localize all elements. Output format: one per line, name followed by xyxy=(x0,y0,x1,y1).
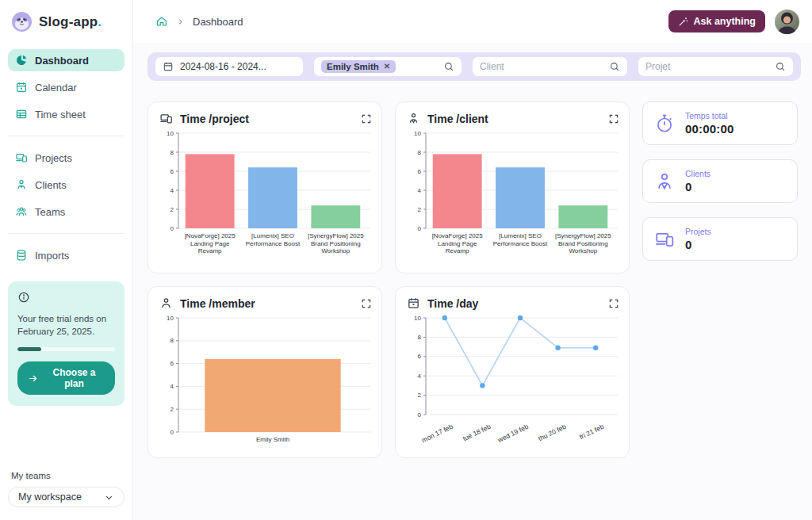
ask-anything-button[interactable]: Ask anything xyxy=(668,10,766,32)
logo-dot: . xyxy=(98,14,102,29)
svg-text:10: 10 xyxy=(167,315,174,322)
sidebar-item-label: Calendar xyxy=(35,82,77,94)
stat-card-projets: Projets 0 xyxy=(642,217,798,261)
project-filter-input[interactable] xyxy=(638,57,793,76)
svg-text:[NovaForge] 2025Landing PageRe: [NovaForge] 2025Landing PageRevamp xyxy=(185,232,236,254)
workspace-select[interactable]: My workspace xyxy=(8,487,124,507)
svg-text:10: 10 xyxy=(167,130,174,137)
expand-icon[interactable] xyxy=(608,298,619,309)
breadcrumb: Dashboard xyxy=(155,15,243,28)
svg-text:10: 10 xyxy=(414,130,421,137)
svg-text:[NovaForge] 2025Landing PageRe: [NovaForge] 2025Landing PageRevamp xyxy=(432,232,484,254)
ask-anything-label: Ask anything xyxy=(694,16,756,27)
choose-plan-label: Choose a plan xyxy=(44,367,105,389)
member-filter-input[interactable]: Emily Smith ✕ xyxy=(314,57,462,76)
svg-text:[SynergyFlow] 2025Brand Positi: [SynergyFlow] 2025Brand PositioningWorks… xyxy=(308,232,364,254)
sidebar-item-imports[interactable]: Imports xyxy=(8,244,124,266)
trial-message: Your free trial ends on February 25, 202… xyxy=(17,312,115,338)
svg-text:tue 18 feb: tue 18 feb xyxy=(462,422,492,443)
svg-text:mon 17 feb: mon 17 feb xyxy=(420,422,454,445)
svg-text:4: 4 xyxy=(170,187,174,194)
chevron-down-icon xyxy=(104,492,114,503)
sidebar-divider xyxy=(8,136,124,136)
logo: Slog-app. xyxy=(0,11,132,32)
svg-text:8: 8 xyxy=(418,149,422,156)
sidebar-item-teams[interactable]: Teams xyxy=(8,201,124,223)
app-name: Slog-app xyxy=(39,14,98,29)
client-icon xyxy=(407,112,420,125)
svg-text:2: 2 xyxy=(418,392,422,399)
avatar[interactable] xyxy=(775,10,799,34)
chart-card-time-project: Time /project 0246810[NovaForge] 2025Lan… xyxy=(147,101,382,273)
svg-text:[SynergyFlow] 2025Brand Positi: [SynergyFlow] 2025Brand PositioningWorks… xyxy=(555,232,611,254)
search-icon xyxy=(443,61,454,72)
breadcrumb-current[interactable]: Dashboard xyxy=(193,16,243,28)
svg-text:8: 8 xyxy=(418,334,422,341)
expand-icon[interactable] xyxy=(361,298,372,309)
stat-label: Clients xyxy=(685,169,710,178)
sidebar-item-calendar[interactable]: Calendar xyxy=(8,76,124,98)
search-icon xyxy=(609,61,620,72)
member-tag: Emily Smith ✕ xyxy=(321,60,396,73)
svg-text:0: 0 xyxy=(170,429,174,436)
svg-text:2: 2 xyxy=(418,206,422,213)
choose-plan-button[interactable]: Choose a plan xyxy=(17,361,115,395)
svg-text:8: 8 xyxy=(170,337,174,344)
bar-chart-time-client: 0246810[NovaForge] 2025Landing PageRevam… xyxy=(407,127,619,265)
stat-value: 0 xyxy=(685,238,711,251)
svg-text:fri 21 feb: fri 21 feb xyxy=(578,422,605,442)
main-area: Dashboard Ask anything xyxy=(133,0,812,520)
member-tag-label: Emily Smith xyxy=(327,62,379,71)
svg-text:10: 10 xyxy=(414,315,421,322)
stat-card-clients: Clients 0 xyxy=(642,159,798,203)
project-filter-field[interactable] xyxy=(645,61,768,72)
svg-text:4: 4 xyxy=(418,187,422,194)
calendar-icon xyxy=(163,61,174,72)
topbar-right: Ask anything xyxy=(668,10,800,34)
svg-text:0: 0 xyxy=(418,411,422,419)
stat-label: Temps total xyxy=(685,111,734,120)
stat-value: 00:00:00 xyxy=(685,122,734,136)
svg-text:4: 4 xyxy=(170,383,174,390)
svg-text:4: 4 xyxy=(418,373,422,380)
search-icon xyxy=(775,61,786,72)
sidebar-item-projects[interactable]: Projects xyxy=(8,147,124,169)
card-title: Time /client xyxy=(427,113,601,125)
date-range-input[interactable]: 2024-08-16 - 2024... xyxy=(155,57,303,76)
home-icon[interactable] xyxy=(155,15,168,28)
svg-text:2: 2 xyxy=(170,206,174,213)
svg-text:2: 2 xyxy=(170,406,174,413)
clients-icon xyxy=(654,171,675,192)
expand-icon[interactable] xyxy=(361,113,372,124)
devices-icon xyxy=(15,151,28,164)
svg-text:6: 6 xyxy=(170,360,174,367)
svg-text:thu 20 feb: thu 20 feb xyxy=(537,422,568,443)
sidebar-item-clients[interactable]: Clients xyxy=(8,174,124,196)
sidebar-bottom: My teams My workspace xyxy=(0,471,132,507)
charts-grid: Time /project 0246810[NovaForge] 2025Lan… xyxy=(147,101,630,458)
workspace-value: My workspace xyxy=(18,491,82,503)
sidebar-item-label: Dashboard xyxy=(35,55,89,67)
client-filter-input[interactable] xyxy=(473,57,627,76)
arrow-right-icon xyxy=(28,373,38,384)
svg-text:6: 6 xyxy=(170,168,174,175)
devices-icon xyxy=(159,112,173,125)
chart-card-time-member: Time /member 0246810Emily Smith xyxy=(147,286,382,458)
sloth-logo-icon xyxy=(11,11,33,32)
client-filter-field[interactable] xyxy=(480,61,603,72)
svg-text:Emily Smith: Emily Smith xyxy=(256,436,289,443)
sidebar-item-time-sheet[interactable]: Time sheet xyxy=(8,103,124,125)
card-title: Time /day xyxy=(427,297,601,310)
svg-text:8: 8 xyxy=(170,149,174,156)
close-icon[interactable]: ✕ xyxy=(384,63,390,71)
trial-progress-bar xyxy=(17,347,115,351)
chevron-right-icon xyxy=(176,17,185,26)
date-range-value: 2024-08-16 - 2024... xyxy=(180,61,266,72)
filter-bar: 2024-08-16 - 2024... Emily Smith ✕ xyxy=(147,52,801,81)
content: 2024-08-16 - 2024... Emily Smith ✕ xyxy=(133,43,812,520)
bar-chart-time-project: 0246810[NovaForge] 2025Landing PageRevam… xyxy=(159,127,372,265)
expand-icon[interactable] xyxy=(608,113,619,124)
sidebar-item-dashboard[interactable]: Dashboard xyxy=(8,49,124,71)
team-icon xyxy=(15,205,28,218)
sidebar-divider xyxy=(8,233,124,234)
